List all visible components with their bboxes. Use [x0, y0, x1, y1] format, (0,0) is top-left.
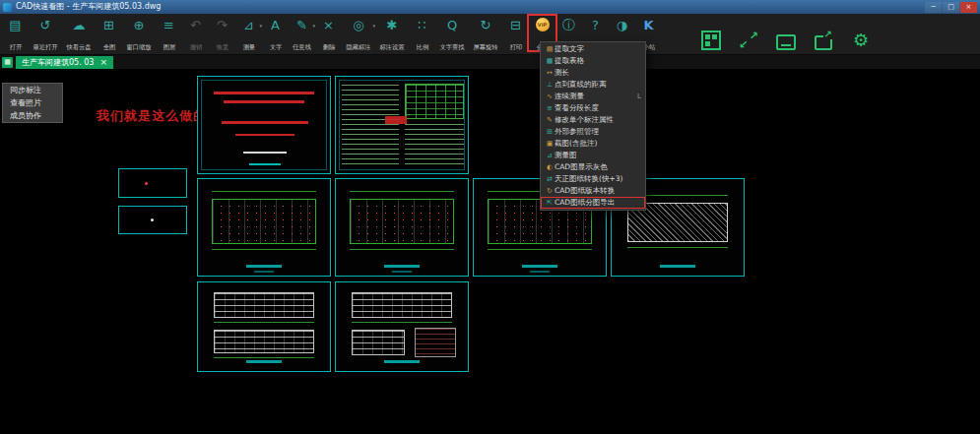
point-line-icon: ⊥ — [545, 82, 555, 89]
menu-item-continuous-measure[interactable]: ∿连续测量L — [541, 91, 645, 102]
window-title: CAD快速看图 - 生产车间建筑05.03.dwg — [16, 0, 161, 14]
split-export-icon: ⇱ — [545, 200, 555, 207]
menu-item-label: 提取表格 — [555, 55, 584, 67]
tool-label: 打开 — [9, 43, 22, 51]
menu-shortcut: L — [633, 93, 641, 100]
sheet-caption — [522, 265, 557, 268]
dimension-line — [350, 249, 454, 250]
menu-item-tianzheng-convert[interactable]: ⇄天正图纸转换(快+3) — [541, 173, 645, 185]
tool-recent[interactable]: ↺最近打开 — [29, 14, 62, 54]
zoom-icon: ⊕ — [134, 17, 145, 32]
tool-freeline[interactable]: ✎▾任意线 — [289, 14, 315, 54]
context-item-member-collab[interactable]: 成员协作 — [3, 109, 62, 122]
section-drawing — [352, 330, 405, 355]
tool-text[interactable]: A文字 — [262, 14, 289, 54]
drawing-canvas[interactable]: 我们就是这么做的 — [0, 70, 980, 434]
tool-hide-annotation[interactable]: ◎▾隐藏标注 — [342, 14, 375, 54]
tool-text-search[interactable]: Q文字查找 — [435, 14, 469, 54]
elevation-drawing — [214, 330, 314, 353]
menu-item-label: CAD图纸分图导出 — [555, 197, 615, 209]
menu-item-label: 截图(含批注) — [555, 138, 597, 150]
text-line — [222, 121, 308, 124]
tab-label: 生产车间建筑05. 03 — [22, 57, 94, 68]
sheet-elevation-2 — [335, 281, 469, 372]
tool-window-zoom[interactable]: ⊕窗口缩放 — [122, 14, 156, 54]
text-line — [214, 92, 314, 94]
close-button[interactable]: × — [960, 2, 977, 13]
vip-badge: VIP — [536, 18, 550, 31]
extract-text-icon: ▤ — [545, 46, 555, 53]
qr-code-icon[interactable] — [699, 29, 723, 52]
menu-item-segment-length[interactable]: ≡查看分段长度 — [541, 102, 645, 114]
sheet-caption-sub — [530, 271, 550, 273]
measure-icon: ⊿ — [243, 17, 254, 32]
tool-rotate-screen[interactable]: ↻屏幕旋转 — [469, 14, 502, 54]
drawing-list-icon[interactable]: ▦ — [2, 57, 13, 68]
tool-annotation-settings[interactable]: ✱标注设置 — [375, 14, 409, 54]
red-slogan-text: 我们就是这么做的 — [97, 107, 207, 125]
tool-label: 全图 — [102, 43, 115, 51]
sheet-floor-plan-1 — [197, 178, 331, 277]
tool-layers[interactable]: ≡图层 — [156, 14, 182, 54]
menu-item-measure-length[interactable]: ↔测长 — [541, 67, 645, 79]
continuous-measure-icon: ∿ — [545, 93, 555, 100]
tool-measure[interactable]: ⊿▾测量 — [235, 14, 262, 54]
dimension-line — [214, 322, 314, 323]
tool-print[interactable]: ⊟打印 — [502, 14, 529, 54]
tool-label: 标注设置 — [379, 43, 404, 51]
tab-close-icon[interactable]: × — [99, 58, 107, 67]
text-icon: A — [271, 17, 280, 32]
sheet-caption — [246, 360, 282, 363]
minimize-button[interactable]: ─ — [925, 2, 942, 13]
maximize-button[interactable]: □ — [943, 2, 959, 13]
edit-annotation-icon: ✎ — [545, 117, 555, 124]
settings-gear-icon[interactable]: ⚙ — [849, 29, 873, 52]
menu-item-version-convert[interactable]: ↻CAD图纸版本转换 — [541, 185, 645, 197]
tool-label: 窗口缩放 — [126, 43, 151, 51]
context-item-view-photo[interactable]: 查看照片 — [3, 96, 62, 109]
text-line — [224, 100, 304, 103]
menu-item-extract-table[interactable]: ▦提取表格 — [541, 55, 645, 67]
theme-icon: ◑ — [617, 17, 627, 32]
menu-item-point-line-distance[interactable]: ⊥点到直线的距离 — [541, 79, 645, 91]
menu-item-edit-annotation-property[interactable]: ✎修改单个标注属性 — [541, 114, 645, 126]
rotate-icon: ↻ — [481, 17, 491, 32]
redo-icon: ↷ — [217, 17, 228, 32]
context-item-sync-annotation[interactable]: 同步标注 — [3, 84, 62, 96]
white-dot — [151, 218, 154, 221]
tool-cloud[interactable]: ☁快看云盘 — [62, 14, 96, 54]
tool-fit-view[interactable]: ⊞全图 — [96, 14, 122, 54]
menu-item-extract-text[interactable]: ▤提取文字 — [541, 43, 645, 55]
menu-item-split-export[interactable]: ⇱CAD图纸分图导出 — [541, 197, 645, 209]
app-logo-icon — [3, 3, 12, 12]
screen-frame-icon[interactable] — [774, 29, 798, 52]
menu-item-label: 测长 — [555, 67, 569, 79]
tool-label: 删除 — [322, 43, 335, 51]
tool-undo[interactable]: ↶撤销 — [182, 14, 209, 54]
menu-item-gray-display[interactable]: ◐CAD图显示灰色 — [541, 161, 645, 173]
tool-open[interactable]: ▤打开 — [2, 14, 29, 54]
menu-item-measure-sheet[interactable]: ⊿测量图 — [541, 150, 645, 161]
fit-view-icon: ⊞ — [103, 17, 114, 32]
fullscreen-icon[interactable]: ↗↙ — [737, 29, 760, 52]
version-convert-icon: ↻ — [545, 188, 555, 195]
sheet-notes-page — [335, 76, 469, 174]
share-icon[interactable]: ↗ — [812, 29, 835, 52]
segment-length-icon: ≡ — [545, 105, 555, 112]
sheet-caption — [246, 265, 282, 268]
tool-redo[interactable]: ↷恢复 — [209, 14, 235, 54]
tool-label: 最近打开 — [33, 43, 57, 51]
dimension-line — [212, 249, 316, 250]
tool-label: 文字查找 — [439, 43, 464, 51]
quick-icon-group: ↗↙ ↗ ⚙ — [699, 29, 873, 52]
tool-delete[interactable]: ×删除 — [315, 14, 342, 54]
menu-item-label: 天正图纸转换(快+3) — [555, 173, 622, 185]
menu-item-xref-manage[interactable]: ⊞外部参照管理 — [541, 126, 645, 138]
menu-item-screenshot[interactable]: ▣截图(含批注) — [541, 138, 645, 150]
floor-plan-drawing — [350, 199, 454, 244]
tool-scale[interactable]: ∷比例 — [409, 14, 435, 54]
tool-label: 屏幕旋转 — [473, 43, 497, 51]
pencil-icon: ✎ — [296, 17, 307, 32]
gear-glyph: ⚙ — [853, 30, 869, 51]
tab-active-drawing[interactable]: 生产车间建筑05. 03 × — [16, 56, 113, 69]
